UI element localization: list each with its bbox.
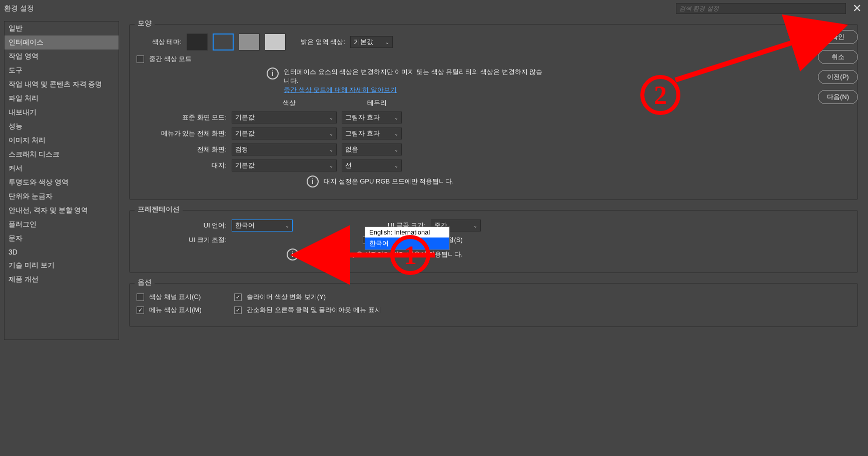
info-icon: i [307,176,319,188]
presentation-group: 프레젠테이션 UI 언어: 한국어⌄ UI 글꼴 크기: 중간⌄ English… [129,210,858,273]
appearance-legend: 모양 [135,19,155,28]
fullscreen-color-select[interactable]: 검정⌄ [232,144,337,156]
sidebar-item-13[interactable]: 안내선, 격자 및 분할 영역 [5,204,119,218]
ui-scale-label: UI 크기 조절: [137,236,227,244]
close-icon[interactable]: ✕ [850,2,864,15]
next-button[interactable]: 다음(N) [818,90,858,104]
menu-colors-checkbox[interactable] [137,306,144,314]
highlight-color-label: 밝은 영역 색상: [301,38,345,46]
chevron-down-icon: ⌄ [473,223,477,228]
ui-language-label: UI 언어: [137,221,227,230]
neutral-info-text: 인터페이스 요소의 색상은 변경하지만 이미지 또는 색상 유틸리티의 색상은 … [284,68,544,86]
column-header-border: 테두리 [347,98,407,108]
dynamic-sliders-label: 슬라이더 색상 변화 보기(Y) [247,292,326,302]
chevron-down-icon: ⌄ [394,147,398,152]
compact-rclick-label: 간소화된 오른쪽 클릭 및 플라이아웃 메뉴 표시 [247,306,381,314]
chevron-down-icon: ⌄ [329,131,333,136]
gpu-note: 대지 설정은 GPU RGB 모드에만 적용됩니다. [324,177,454,186]
artboard-border-select[interactable]: 선⌄ [342,160,402,172]
menubar-color-select[interactable]: 기본값⌄ [232,128,337,140]
fullscreen-border-select[interactable]: 없음⌄ [342,144,402,156]
ok-button[interactable]: 확인 [818,30,858,44]
sidebar-item-14[interactable]: 플러그인 [5,218,119,232]
artboard-color-value: 기본값 [235,161,255,170]
menubar-border-select[interactable]: 그림자 효과⌄ [342,128,402,140]
sidebar-item-7[interactable]: 성능 [5,120,119,134]
chevron-down-icon: ⌄ [329,163,333,168]
menubar-mode-label: 메뉴가 있는 전체 화면: [137,129,227,138]
lang-option-english[interactable]: English: International [365,227,449,238]
main-panel: 모양 색상 테마: 밝은 영역 색상: 기본값⌄ 중간 색상 모드 i 인터 [123,21,864,340]
chevron-down-icon: ⌄ [329,115,333,120]
fullscreen-mode-label: 전체 화면: [137,145,227,154]
chevron-down-icon: ⌄ [329,147,333,152]
cancel-button[interactable]: 취소 [818,50,858,64]
info-icon: i [287,248,299,260]
chevron-down-icon: ⌄ [394,115,398,120]
sidebar-item-9[interactable]: 스크래치 디스크 [5,148,119,162]
standard-color-value: 기본값 [235,113,255,122]
sidebar-item-12[interactable]: 단위와 눈금자 [5,190,119,204]
restart-note: 다음에 Photoshop을 시작하면 변경 내용이 적용됩니다. [304,250,463,259]
sidebar-item-2[interactable]: 작업 영역 [5,50,119,64]
artboard-border-value: 선 [345,161,352,170]
sidebar-item-11[interactable]: 투명도와 색상 영역 [5,176,119,190]
menu-colors-label: 메뉴 색상 표시(M) [149,306,229,314]
theme-swatch-medium[interactable] [239,34,260,50]
chevron-down-icon: ⌄ [285,223,289,228]
sidebar-item-18[interactable]: 제품 개선 [5,272,119,286]
standard-mode-label: 표준 화면 모드: [137,113,227,122]
standard-color-select[interactable]: 기본값⌄ [232,112,337,124]
menubar-border-value: 그림자 효과 [345,129,380,138]
presentation-legend: 프레젠테이션 [135,205,183,214]
neutral-mode-checkbox[interactable] [137,56,144,63]
sidebar-item-5[interactable]: 파일 처리 [5,92,119,106]
theme-swatch-darkest[interactable] [187,34,208,50]
theme-swatch-light[interactable] [265,34,286,50]
appearance-group: 모양 색상 테마: 밝은 영역 색상: 기본값⌄ 중간 색상 모드 i 인터 [129,24,858,200]
neutral-mode-label: 중간 색상 모드 [149,54,192,64]
standard-border-select[interactable]: 그림자 효과⌄ [342,112,402,124]
sidebar-item-1[interactable]: 인터페이스 [5,36,119,50]
menubar-color-value: 기본값 [235,129,255,138]
theme-swatch-dark[interactable] [213,34,234,50]
search-input[interactable] [676,3,846,14]
chevron-down-icon: ⌄ [394,163,398,168]
highlight-color-value: 기본값 [354,38,373,46]
chevron-down-icon: ⌄ [385,40,389,45]
sidebar-item-4[interactable]: 작업 내역 및 콘텐츠 자격 증명 [5,78,119,92]
sidebar-item-3[interactable]: 도구 [5,64,119,78]
prev-button[interactable]: 이전(P) [818,70,858,84]
standard-border-value: 그림자 효과 [345,113,380,122]
highlight-color-select[interactable]: 기본값⌄ [350,36,393,48]
sidebar-item-16[interactable]: 3D [5,246,119,258]
window-title: 환경 설정 [4,4,34,13]
ui-language-select[interactable]: 한국어⌄ [232,220,293,232]
neutral-info-link[interactable]: 중간 색상 모드에 대해 자세히 알아보기 [284,86,397,94]
artboard-color-select[interactable]: 기본값⌄ [232,160,337,172]
ui-language-value: 한국어 [235,221,255,230]
fullscreen-border-value: 없음 [345,145,358,154]
options-group: 옵션 색상 채널 표시(C) 슬라이더 색상 변화 보기(Y) 메뉴 색상 표시… [129,283,858,327]
sidebar-item-6[interactable]: 내보내기 [5,106,119,120]
chevron-down-icon: ⌄ [394,131,398,136]
color-theme-label: 색상 테마: [137,38,182,46]
artboard-mode-label: 대지: [137,161,227,170]
compact-rclick-checkbox[interactable] [234,306,242,314]
color-channels-checkbox[interactable] [137,294,144,301]
dynamic-sliders-checkbox[interactable] [234,294,242,301]
lang-option-korean[interactable]: 한국어 [365,238,449,250]
sidebar-item-17[interactable]: 기술 미리 보기 [5,258,119,272]
options-legend: 옵션 [135,278,155,287]
ui-language-dropdown[interactable]: English: International 한국어 [365,226,450,250]
info-icon: i [267,68,279,80]
sidebar-item-15[interactable]: 문자 [5,232,119,246]
sidebar-item-10[interactable]: 커서 [5,162,119,176]
sidebar: 일반인터페이스작업 영역도구작업 내역 및 콘텐츠 자격 증명파일 처리내보내기… [4,21,119,340]
color-channels-label: 색상 채널 표시(C) [149,292,229,302]
column-header-color: 색상 [237,98,342,108]
sidebar-item-8[interactable]: 이미지 처리 [5,134,119,148]
sidebar-item-0[interactable]: 일반 [5,22,119,36]
fullscreen-color-value: 검정 [235,145,248,154]
